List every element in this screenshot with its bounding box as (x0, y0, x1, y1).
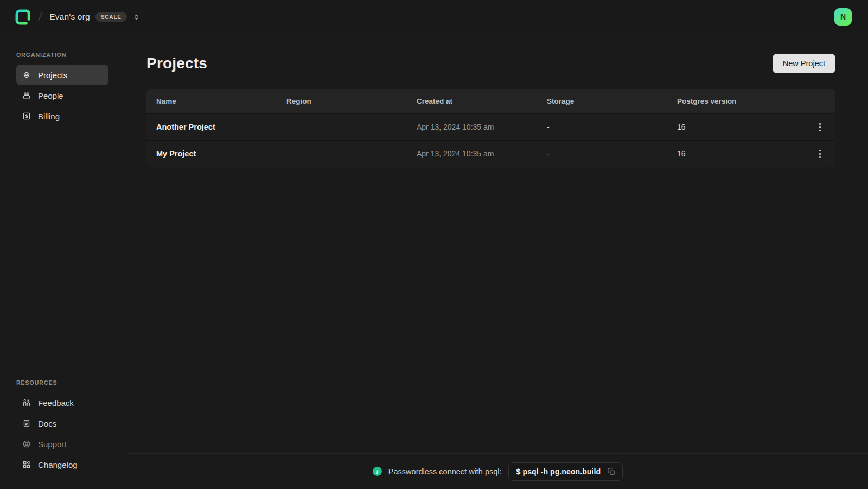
project-storage: - (547, 149, 677, 158)
table-header-row: Name Region Created at Storage Postgres … (146, 89, 835, 113)
psql-hint-text: Passwordless connect with psql: (388, 467, 502, 476)
project-postgres-version: 16 (677, 149, 812, 158)
topbar: / Evan's org SCALE N (0, 0, 868, 34)
project-created-at: Apr 13, 2024 10:35 am (417, 149, 547, 158)
sidebar: ORGANIZATION Projects People (0, 34, 127, 489)
page-title: Projects (146, 55, 207, 72)
sidebar-item-support[interactable]: Support (16, 434, 108, 454)
column-header-storage: Storage (547, 97, 677, 105)
project-storage: - (547, 123, 677, 131)
org-name[interactable]: Evan's org (49, 12, 90, 22)
psql-command: $ psql -h pg.neon.build (516, 467, 601, 476)
user-avatar[interactable]: N (834, 8, 852, 26)
docs-icon (22, 418, 31, 428)
new-project-button[interactable]: New Project (773, 54, 835, 73)
sidebar-item-people[interactable]: People (16, 85, 108, 106)
sidebar-item-docs[interactable]: Docs (16, 413, 108, 434)
sidebar-item-label: Support (38, 440, 67, 449)
sidebar-item-projects[interactable]: Projects (16, 65, 108, 85)
support-icon (22, 439, 31, 449)
project-postgres-version: 16 (677, 123, 812, 131)
footer-bar: i Passwordless connect with psql: $ psql… (127, 453, 868, 489)
column-header-name: Name (156, 97, 286, 105)
breadcrumb-separator: / (37, 10, 43, 24)
org-switcher-chevron-icon[interactable] (132, 13, 141, 21)
row-actions-kebab-icon[interactable] (812, 119, 828, 135)
table-row[interactable]: My Project Apr 13, 2024 10:35 am - 16 (146, 140, 835, 167)
column-header-postgres-version: Postgres version (677, 97, 812, 105)
plan-badge: SCALE (95, 12, 127, 22)
column-header-region: Region (286, 97, 417, 105)
psql-command-box[interactable]: $ psql -h pg.neon.build (508, 462, 623, 481)
billing-icon (22, 111, 31, 121)
neon-logo-icon[interactable] (14, 8, 32, 26)
table-row[interactable]: Another Project Apr 13, 2024 10:35 am - … (146, 113, 835, 140)
sidebar-item-label: People (38, 91, 63, 100)
sidebar-item-billing[interactable]: Billing (16, 106, 108, 126)
sidebar-item-feedback[interactable]: Feedback (16, 392, 108, 413)
sidebar-section-organization: ORGANIZATION (16, 52, 116, 58)
main-content: Projects New Project Name Region Created… (127, 34, 868, 489)
people-icon (22, 91, 31, 100)
project-created-at: Apr 13, 2024 10:35 am (417, 123, 547, 131)
info-icon: i (373, 467, 382, 476)
sidebar-item-label: Feedback (38, 398, 74, 408)
sidebar-section-resources: RESOURCES (16, 379, 116, 386)
changelog-icon (22, 460, 31, 469)
sidebar-item-label: Docs (38, 419, 56, 428)
feedback-icon (22, 398, 31, 408)
sidebar-item-changelog[interactable]: Changelog (16, 454, 108, 475)
projects-table: Name Region Created at Storage Postgres … (146, 89, 835, 167)
project-name[interactable]: My Project (156, 149, 286, 158)
project-name[interactable]: Another Project (156, 123, 286, 131)
column-header-created-at: Created at (417, 97, 547, 105)
copy-icon[interactable] (607, 467, 616, 476)
projects-icon (22, 70, 31, 80)
sidebar-item-label: Changelog (38, 460, 78, 469)
row-actions-kebab-icon[interactable] (812, 145, 828, 162)
sidebar-item-label: Projects (38, 71, 67, 80)
sidebar-item-label: Billing (38, 112, 60, 121)
